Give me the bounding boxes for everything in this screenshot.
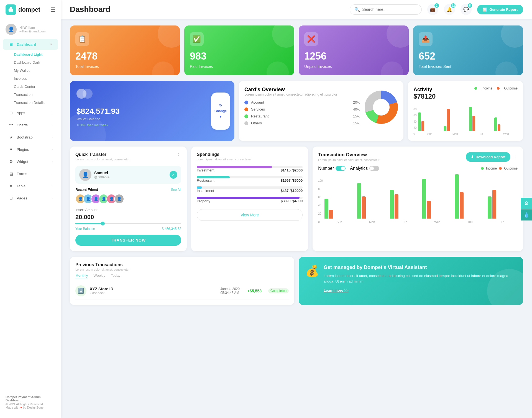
three-dot-menu-tx[interactable]: ⋮ [513, 154, 518, 160]
large-bar-wed-income [422, 179, 426, 219]
submenu-item-dashboard-light[interactable]: Dashboard Light [8, 50, 61, 58]
sidebar-item-plugins[interactable]: ♥ Plugins › [3, 144, 58, 155]
footer-made-with: Made with ♥ by DesignZone [6, 406, 55, 409]
slider-thumb[interactable] [101, 222, 105, 225]
footer-title: Dompet Payment Admin Dashboard [6, 395, 55, 402]
three-dot-menu-transfer[interactable]: ⋮ [176, 152, 181, 158]
amount-section: Insert Amount 20.000 [75, 208, 181, 224]
change-button[interactable]: ↻ Change ▼ [211, 93, 230, 130]
submenu-item-dashboard-dark[interactable]: Dashboard Dark [8, 58, 61, 66]
x-label-mon: Mon [444, 132, 467, 135]
x-label-sun: Sun [418, 132, 441, 135]
stat-value-paid: 983 [190, 50, 289, 62]
sidebar-item-widget[interactable]: ⚙ Widget › [3, 156, 58, 167]
view-more-button[interactable]: View More [197, 209, 303, 221]
large-x-axis: Sun Mon Tue Wed Thu Fri [324, 219, 518, 224]
others-label: Others [251, 121, 350, 125]
header: Dashboard 🔍 💼 2 🔔 12 💬 5 📊 Generate Repo… [61, 0, 532, 19]
sidebar-footer: Dompet Payment Admin Dashboard © 2021 Al… [0, 391, 61, 414]
number-toggle-switch[interactable] [336, 166, 346, 171]
submenu-item-cards-center[interactable]: Cards Center [8, 83, 61, 91]
sidebar-item-label-table: Table [17, 184, 25, 188]
drop-side-icon[interactable]: 💧 [521, 209, 532, 220]
sent-icon: 📤 [419, 32, 433, 46]
services-dot [244, 107, 248, 111]
card-chips [76, 89, 228, 99]
tab-monthly[interactable]: Monthly [75, 273, 88, 279]
sidebar-item-charts[interactable]: 〜 Charts › [3, 119, 58, 130]
large-bar-group-mon [357, 183, 387, 219]
sidebar-item-bootstrap[interactable]: ★ Bootstrap › [3, 132, 58, 143]
sidebar-item-forms[interactable]: ▤ Forms › [3, 168, 58, 179]
activity-panel: Activity Income Outcome $78120 0 20 40 6… [408, 81, 523, 141]
spendings-panel: Spendings Lorem ipsum dolor sit amet, co… [191, 147, 308, 251]
large-x-sun: Sun [324, 220, 354, 224]
table-row: ⬇️ XYZ Store ID Cashback June 4, 2020 05… [75, 283, 289, 299]
chevron-down-change-icon: ▼ [219, 115, 222, 119]
search-input[interactable] [362, 7, 412, 12]
services-pct: 40% [353, 107, 360, 111]
chevron-right-icon-plugins: › [52, 148, 53, 151]
account-label: Account [251, 100, 350, 104]
sidebar-item-label-apps: Apps [17, 111, 25, 115]
tx-row-icon: ⬇️ [75, 285, 86, 296]
sidebar-item-table[interactable]: ≡ Table › [3, 180, 58, 191]
sidebar-item-pages[interactable]: ⊡ Pages › [3, 193, 58, 204]
wallet-badge: 2 [434, 3, 439, 8]
prev-tx-subtitle: Lorem ipsum dolor sit amet, consectetur [75, 268, 289, 271]
bell-icon-btn[interactable]: 🔔 12 [444, 4, 455, 15]
wallet-icon-btn[interactable]: 💼 2 [427, 4, 438, 15]
download-report-button[interactable]: ⬇ Download Report [466, 152, 510, 162]
x-axis: Sun Mon Tue Wed [418, 131, 518, 135]
heart-icon-footer: ♥ [20, 406, 22, 409]
large-x-mon: Mon [357, 220, 387, 224]
bar-sun-outcome [421, 121, 424, 131]
stat-label-total: Total Invoices [75, 64, 174, 69]
tab-weekly[interactable]: Weekly [94, 273, 105, 279]
account-dot [244, 101, 248, 104]
wallet-change: +0,8% than last week [76, 123, 228, 127]
chip-circle-2 [83, 89, 93, 99]
sidebar-item-apps[interactable]: ⊞ Apps › [3, 107, 58, 118]
spending-name-investment: Investment [197, 168, 214, 172]
search-box[interactable]: 🔍 [350, 4, 422, 15]
bar-group-sun [418, 112, 441, 131]
friend-avatar-6[interactable]: 👤 [114, 194, 124, 204]
chevron-right-icon-apps: › [52, 111, 53, 114]
three-dot-menu-spendings[interactable]: ⋮ [298, 152, 303, 158]
large-bar-group-tue [390, 190, 420, 219]
bell-badge: 12 [451, 3, 456, 8]
transfer-now-button[interactable]: TRANSFER NOW [75, 235, 181, 246]
income-dot [474, 87, 477, 90]
spending-name-property: Property [197, 199, 210, 203]
large-bar-fri-outcome [492, 190, 496, 219]
settings-side-icon[interactable]: ⚙ [521, 198, 532, 209]
user-email: william@gmail.com [19, 30, 45, 33]
gear-icon: ⚙ [8, 159, 14, 164]
amount-slider[interactable] [75, 223, 181, 224]
va-learn-more-link[interactable]: Learn more >> [324, 288, 349, 293]
see-all-link[interactable]: See All [171, 188, 181, 192]
user-section: 👤 Hi,William william@gmail.com [0, 20, 61, 38]
submenu-item-invoices[interactable]: Invoices [8, 75, 61, 83]
hamburger-icon[interactable]: ☰ [50, 6, 55, 13]
overview-row-account: Account 20% [244, 100, 360, 104]
heart-icon: ♥ [8, 147, 14, 152]
activity-legend: Income Outcome [474, 86, 518, 90]
tab-today[interactable]: Today [111, 273, 121, 279]
analytics-toggle-switch[interactable] [369, 166, 379, 171]
page-title: Dashboard [70, 5, 110, 14]
submenu-item-my-wallet[interactable]: My Wallet [8, 66, 61, 75]
submenu-item-transaction[interactable]: Transaction [8, 91, 61, 99]
sidebar-item-dashboard[interactable]: ⊞ Dashboard ▼ [3, 39, 58, 50]
others-dot [244, 121, 248, 125]
tx-row-name: XYZ Store ID [90, 287, 113, 291]
generate-report-button[interactable]: 📊 Generate Report [477, 5, 523, 14]
submenu-item-transaction-details[interactable]: Transaction Details [8, 99, 61, 107]
spending-item-investment: Investment $1415 /$2000 [197, 166, 303, 172]
bar-tue-income [469, 107, 472, 131]
message-icon-btn[interactable]: 💬 5 [461, 4, 472, 15]
transfer-user-avatar: 👤 [79, 169, 91, 181]
services-label: Services [251, 107, 350, 111]
card-overview-subtitle: Lorem ipsum dolor sit amet, consectetur … [244, 93, 360, 96]
